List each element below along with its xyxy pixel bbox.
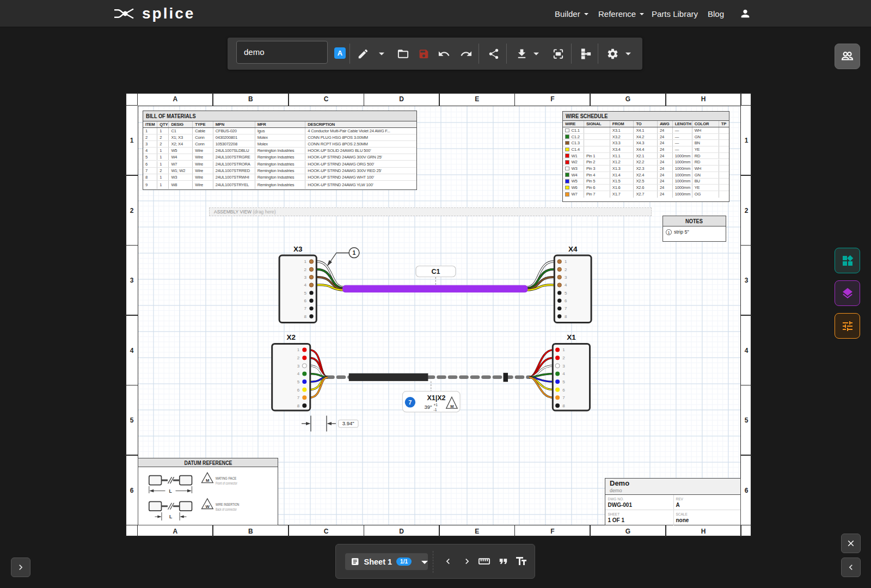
svg-text:7: 7 [562,395,565,400]
svg-text:8: 8 [565,314,567,318]
svg-text:2: 2 [304,267,306,272]
svg-text:3: 3 [565,274,567,279]
svg-text:+1: +1 [433,403,438,407]
svg-text:2: 2 [297,356,299,360]
svg-text:6: 6 [562,387,565,392]
svg-text:1: 1 [297,347,299,352]
svg-text:8: 8 [297,403,299,408]
svg-text:Front of connector: Front of connector [215,481,237,485]
svg-text:WIRE INSERTION: WIRE INSERTION [215,501,239,506]
svg-text:1: 1 [352,249,355,256]
svg-text:5: 5 [297,379,299,384]
svg-text:3.94": 3.94" [342,420,354,426]
svg-text:39": 39" [424,404,432,410]
svg-text:6: 6 [297,387,299,392]
svg-text:6: 6 [304,298,306,303]
svg-text:X1: X1 [567,333,576,341]
svg-text:7: 7 [297,395,299,400]
svg-text:4: 4 [304,283,306,287]
svg-text:3: 3 [562,363,565,368]
svg-text:L: L [169,488,171,493]
svg-text:5: 5 [304,290,306,295]
svg-text:7: 7 [408,399,412,405]
svg-text:8: 8 [304,314,306,318]
svg-text:7: 7 [304,306,306,311]
svg-text:Back of connector: Back of connector [215,507,237,511]
svg-text:6: 6 [565,298,567,303]
svg-text:1: 1 [565,259,567,264]
svg-text:X4: X4 [568,244,577,253]
svg-text:W: W [205,504,210,509]
svg-text:M: M [206,477,210,482]
svg-text:4: 4 [565,283,567,287]
svg-text:M: M [450,403,453,408]
svg-text:C1: C1 [431,267,440,275]
svg-text:MATING FACE: MATING FACE [215,476,236,481]
svg-text:3: 3 [297,363,299,368]
svg-text:2: 2 [562,356,565,360]
svg-text:3: 3 [304,274,306,279]
svg-text:X2: X2 [286,333,296,341]
svg-text:2: 2 [565,267,567,272]
svg-text:1: 1 [304,259,306,264]
svg-text:X1|X2: X1|X2 [427,394,445,401]
svg-text:4: 4 [562,371,565,376]
svg-text:-1: -1 [433,407,437,411]
svg-text:8: 8 [562,403,565,408]
svg-text:1: 1 [562,347,565,352]
svg-text:X3: X3 [293,244,302,253]
svg-text:5: 5 [562,379,565,384]
svg-text:4: 4 [297,371,299,376]
svg-text:L: L [169,514,171,519]
svg-text:7: 7 [565,306,567,311]
svg-text:5: 5 [565,290,567,295]
